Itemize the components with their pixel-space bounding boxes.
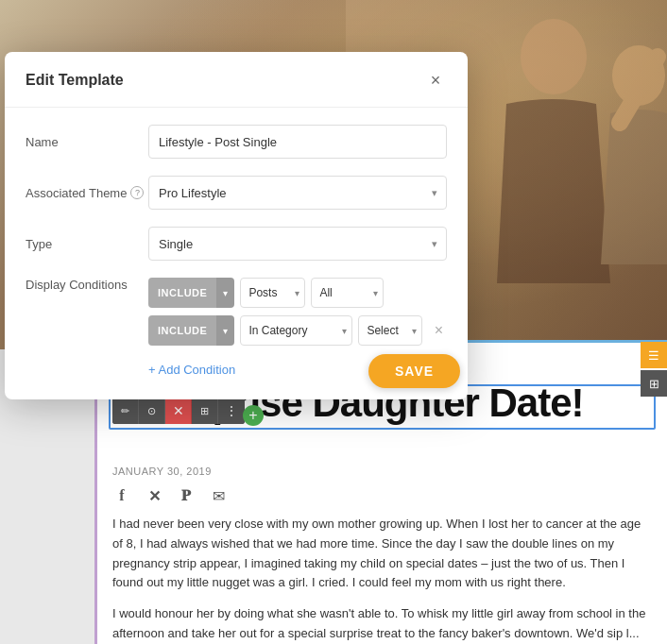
facebook-icon[interactable]: f (112, 486, 131, 505)
all-select-wrapper: All Specific ▾ (311, 278, 384, 308)
blog-date: JANUARY 30, 2019 (97, 466, 667, 477)
type-select[interactable]: Single Archive Custom (148, 227, 447, 261)
associated-theme-label: Associated Theme ? (26, 186, 148, 200)
add-block-button[interactable]: + (243, 405, 264, 426)
name-input[interactable] (148, 125, 447, 159)
save-button[interactable]: SAVE (368, 354, 460, 388)
condition-row-1: INCLUDE ▾ Posts Pages ▾ All Specific (148, 278, 449, 308)
pinterest-icon[interactable]: 𝐏 (177, 486, 196, 505)
add-condition-button[interactable]: + Add Condition (148, 363, 235, 377)
associated-theme-select[interactable]: Pro Lifestyle Default (148, 176, 447, 210)
include-button-1[interactable]: INCLUDE ▾ (148, 278, 234, 308)
close-button[interactable]: × (424, 69, 447, 92)
more-options-icon[interactable]: ⋮ (218, 398, 245, 424)
category-select[interactable]: Select (358, 315, 422, 346)
conditions-list: INCLUDE ▾ Posts Pages ▾ All Specific (148, 278, 449, 346)
toolbar-buttons: ✏ ⊙ ✕ ⊞ ⋮ (112, 398, 245, 424)
right-panel-icons: ☰ ⊞ (641, 342, 667, 397)
associated-theme-select-wrapper: Pro Lifestyle Default ▾ (148, 176, 447, 210)
block-toolbar: ✏ ⊙ ✕ ⊞ ⋮ + (112, 396, 264, 426)
email-icon[interactable]: ✉ (209, 486, 228, 505)
grid-icon[interactable]: ⊞ (192, 398, 218, 424)
type-select-wrapper: Single Archive Custom ▾ (148, 227, 447, 261)
in-category-select[interactable]: In Category Not In Category (240, 315, 352, 346)
name-row: Name (26, 125, 447, 159)
type-label: Type (26, 237, 148, 251)
posts-select-wrapper: Posts Pages ▾ (240, 278, 305, 308)
associated-theme-row: Associated Theme ? Pro Lifestyle Default… (26, 176, 447, 210)
display-conditions-row: Display Conditions INCLUDE ▾ Posts Pages… (26, 278, 447, 346)
all-select[interactable]: All Specific (311, 278, 384, 308)
include-label-2: INCLUDE (148, 315, 216, 346)
modal-title: Edit Template (26, 72, 124, 89)
include-button-2[interactable]: INCLUDE ▾ (148, 315, 234, 346)
name-label: Name (26, 135, 148, 149)
remove-condition-button[interactable]: × (428, 320, 449, 341)
include-chevron-2-icon[interactable]: ▾ (216, 315, 234, 346)
select-category-wrapper: Select ▾ (358, 315, 422, 346)
social-icons-row: f ✕ 𝐏 ✉ (97, 486, 667, 515)
modal-header: Edit Template × (5, 52, 468, 108)
panel-icon-2[interactable]: ⊞ (641, 370, 667, 397)
delete-icon[interactable]: ✕ (165, 398, 192, 424)
include-chevron-icon[interactable]: ▾ (216, 278, 234, 308)
include-label: INCLUDE (148, 278, 216, 308)
help-icon[interactable]: ? (130, 186, 144, 199)
twitter-x-icon[interactable]: ✕ (145, 486, 163, 505)
blog-excerpt: I had never been very close with my own … (97, 515, 667, 593)
edit-template-modal: Edit Template × Name Associated Theme ? … (5, 52, 468, 399)
in-category-select-wrapper: In Category Not In Category ▾ (240, 315, 352, 346)
transform-icon[interactable]: ⊙ (139, 398, 165, 424)
panel-icon-1[interactable]: ☰ (641, 342, 667, 368)
posts-select[interactable]: Posts Pages (240, 278, 305, 308)
condition-row-2: INCLUDE ▾ In Category Not In Category ▾ … (148, 315, 449, 346)
type-row: Type Single Archive Custom ▾ (26, 227, 447, 261)
blog-paragraph-2: I would honour her by doing what she was… (97, 604, 667, 644)
display-conditions-label: Display Conditions (26, 278, 148, 292)
edit-icon[interactable]: ✏ (112, 398, 139, 424)
